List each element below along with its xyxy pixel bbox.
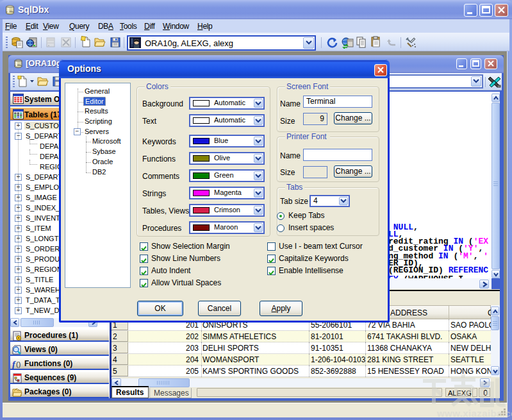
svg-text:(): () bbox=[16, 360, 21, 368]
